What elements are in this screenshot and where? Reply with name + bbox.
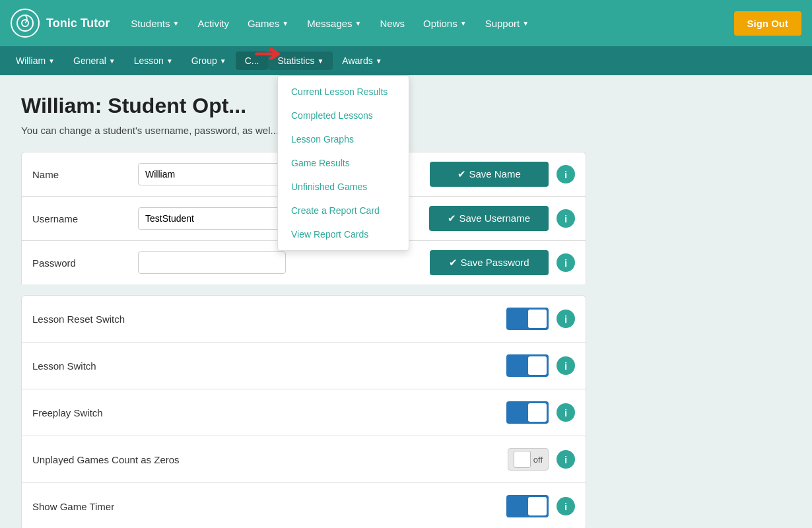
lesson-toggle[interactable] xyxy=(506,354,549,377)
subnav-awards[interactable]: Awards ▼ xyxy=(333,51,391,70)
nav-activity[interactable]: Activity xyxy=(189,13,237,34)
lesson-reset-toggle[interactable] xyxy=(506,308,549,330)
app-title: Tonic Tutor xyxy=(46,16,110,30)
subnav-group[interactable]: Group ▼ xyxy=(182,51,236,70)
username-label: Username xyxy=(32,213,138,224)
logo-area: Tonic Tutor xyxy=(11,9,110,38)
chevron-down-icon: ▼ xyxy=(282,20,288,27)
chevron-down-icon: ▼ xyxy=(166,57,173,65)
red-arrow-indicator: ➜ xyxy=(253,40,283,67)
chevron-down-icon: ▼ xyxy=(173,20,180,27)
chevron-down-icon: ▼ xyxy=(522,20,529,27)
password-label: Password xyxy=(32,257,138,269)
freeplay-toggle[interactable] xyxy=(506,401,549,424)
chevron-down-icon: ▼ xyxy=(376,57,382,65)
nav-messages[interactable]: Messages ▼ xyxy=(299,13,369,34)
toggle-knob xyxy=(528,356,547,375)
lesson-switch-label: Lesson Switch xyxy=(32,360,138,372)
chevron-down-icon: ▼ xyxy=(317,57,323,65)
save-password-button[interactable]: ✔ Save Password xyxy=(430,250,549,275)
dropdown-view-report-cards[interactable]: View Report Cards xyxy=(278,222,409,246)
lesson-reset-switch-row: Lesson Reset Switch i xyxy=(21,295,586,342)
nav-options[interactable]: Options ▼ xyxy=(415,13,475,34)
nav-games[interactable]: Games ▼ xyxy=(240,13,296,34)
password-info-icon[interactable]: i xyxy=(557,253,575,272)
toggle-knob xyxy=(514,451,531,468)
lesson-switch-row: Lesson Switch i xyxy=(21,342,586,389)
nav-support[interactable]: Support ▼ xyxy=(477,13,537,34)
sign-out-button[interactable]: Sign Out xyxy=(734,11,802,36)
game-timer-label: Show Game Timer xyxy=(32,501,138,512)
dropdown-completed-lessons[interactable]: Completed Lessons xyxy=(278,104,409,127)
dropdown-game-results[interactable]: Game Results xyxy=(278,151,409,175)
lesson-reset-label: Lesson Reset Switch xyxy=(32,314,138,325)
dropdown-unfinished-games[interactable]: Unfinished Games xyxy=(278,175,409,199)
dropdown-current-lesson-results[interactable]: Current Lesson Results xyxy=(278,80,409,104)
statistics-dropdown: Current Lesson Results Completed Lessons… xyxy=(277,75,409,251)
top-navigation: Tonic Tutor Students ▼ Activity Games ▼ … xyxy=(0,0,812,46)
unplayed-games-info-icon[interactable]: i xyxy=(557,450,575,469)
chevron-down-icon: ▼ xyxy=(220,57,226,65)
chevron-down-icon: ▼ xyxy=(460,20,467,27)
dropdown-lesson-graphs[interactable]: Lesson Graphs xyxy=(278,127,409,151)
lesson-reset-info-icon[interactable]: i xyxy=(557,310,575,328)
toggle-knob xyxy=(528,403,547,422)
chevron-down-icon: ▼ xyxy=(48,57,55,65)
game-timer-row: Show Game Timer i xyxy=(21,482,586,528)
chevron-down-icon: ▼ xyxy=(355,20,362,27)
subnav-general[interactable]: General ▼ xyxy=(64,51,125,70)
chevron-down-icon: ▼ xyxy=(109,57,116,65)
username-info-icon[interactable]: i xyxy=(557,209,575,228)
freeplay-label: Freeplay Switch xyxy=(32,407,138,418)
freeplay-switch-row: Freeplay Switch i xyxy=(21,389,586,436)
lesson-switch-info-icon[interactable]: i xyxy=(557,356,575,375)
name-input[interactable] xyxy=(138,163,286,185)
nav-news[interactable]: News xyxy=(372,13,413,34)
toggle-off-text: off xyxy=(533,455,543,465)
unplayed-games-toggle[interactable]: off xyxy=(508,448,549,471)
logo-icon xyxy=(11,9,40,38)
dropdown-create-report-card[interactable]: Create a Report Card xyxy=(278,199,409,222)
game-timer-info-icon[interactable]: i xyxy=(557,497,575,515)
username-input[interactable] xyxy=(138,207,286,230)
nav-items: Students ▼ Activity Games ▼ Messages ▼ N… xyxy=(123,13,733,34)
toggle-knob xyxy=(528,497,547,515)
save-name-button[interactable]: ✔ Save Name xyxy=(430,162,549,187)
toggle-knob xyxy=(528,310,547,328)
game-timer-toggle[interactable] xyxy=(506,495,549,517)
subnav-lesson[interactable]: Lesson ▼ xyxy=(125,51,182,70)
name-info-icon[interactable]: i xyxy=(557,165,575,183)
nav-students[interactable]: Students ▼ xyxy=(123,13,187,34)
freeplay-info-icon[interactable]: i xyxy=(557,403,575,422)
unplayed-games-label: Unplayed Games Count as Zeros xyxy=(32,454,180,465)
save-username-button[interactable]: ✔ Save Username xyxy=(429,206,549,231)
password-input[interactable] xyxy=(138,251,286,274)
subnav-william[interactable]: William ▼ xyxy=(7,51,64,70)
unplayed-games-row: Unplayed Games Count as Zeros off i xyxy=(21,436,586,482)
sub-navigation: ➜ William ▼ General ▼ Lesson ▼ Group ▼ C… xyxy=(0,46,812,75)
name-label: Name xyxy=(32,169,138,180)
